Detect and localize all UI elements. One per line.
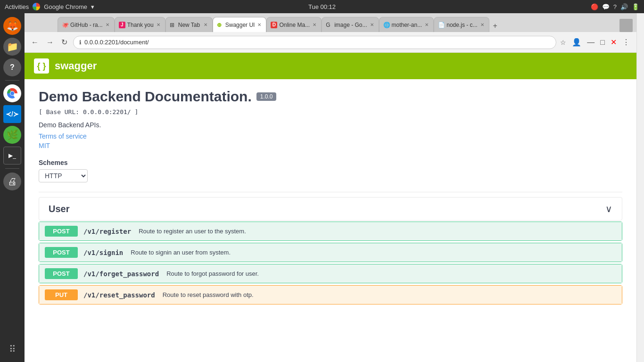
tab-title-image: image - Go...	[334, 22, 367, 28]
endpoint-desc-forget: Route to forgot password for user.	[166, 270, 259, 277]
endpoint-desc-register: Route to register an user to the system.	[139, 228, 246, 235]
tab-close-newtab[interactable]: ✕	[203, 21, 208, 28]
minimize-button[interactable]: —	[585, 36, 596, 49]
endpoint-reset-password[interactable]: PUT /v1/reset_password Route to reset pa…	[39, 285, 622, 304]
swagger-logo: { }	[34, 58, 49, 74]
activities-button[interactable]: Activities	[5, 3, 29, 10]
bookmark-icon[interactable]: ☆	[560, 39, 566, 46]
user-section-header[interactable]: User ∨	[39, 197, 622, 221]
endpoint-register[interactable]: POST /v1/register Route to register an u…	[39, 222, 622, 241]
tab-title-online: Online Ma...	[279, 22, 310, 28]
tab-title-github: GitHub - ra...	[70, 22, 103, 28]
sidebar-apps-grid: ⠿	[3, 340, 21, 358]
sidebar-item-mongo[interactable]: 🌿	[3, 126, 21, 144]
tab-close-swagger[interactable]: ✕	[256, 21, 262, 28]
base-url: [ Base URL: 0.0.0.0:2201/ ]	[39, 108, 622, 115]
tab-close-thankyou[interactable]: ✕	[156, 21, 161, 28]
help-icon: ?	[613, 3, 617, 10]
tab-favicon-online: D	[271, 22, 277, 28]
svg-point-2	[10, 91, 14, 95]
tab-favicon-github: 🐙	[62, 22, 68, 28]
endpoint-forget-password[interactable]: POST /v1/forget_password Route to forgot…	[39, 264, 622, 283]
tab-mother[interactable]: 🌐 mother-an... ✕	[379, 17, 434, 32]
schemes-label: Schemes	[39, 159, 622, 166]
sidebar-item-chrome[interactable]	[3, 84, 21, 102]
schemes-select[interactable]: HTTP HTTPS	[39, 169, 88, 182]
tab-newtab[interactable]: ⊞ New Tab ✕	[165, 17, 213, 32]
address-input-container[interactable]: ℹ 0.0.0.0:2201/document/	[73, 36, 556, 49]
api-title-row: Demo Backend Documentation. 1.0.0	[39, 89, 622, 105]
tab-close-image[interactable]: ✕	[369, 21, 375, 28]
tab-nodejs[interactable]: 📄 node.js - c... ✕	[434, 17, 489, 32]
sidebar-item-printer[interactable]: 🖨	[3, 173, 21, 190]
tab-online[interactable]: D Online Ma... ✕	[266, 17, 322, 32]
chat-icon: 💬	[602, 3, 610, 10]
tab-github[interactable]: 🐙 GitHub - ra... ✕	[58, 17, 115, 32]
tab-close-github[interactable]: ✕	[105, 21, 110, 28]
endpoint-reset-password-row[interactable]: PUT /v1/reset_password Route to reset pa…	[39, 285, 622, 304]
endpoint-register-row[interactable]: POST /v1/register Route to register an u…	[39, 222, 622, 241]
content-divider	[39, 192, 622, 192]
new-tab-button[interactable]: +	[489, 20, 501, 32]
back-button[interactable]: ←	[29, 36, 41, 49]
refresh-button[interactable]: ↻	[59, 36, 69, 49]
chrome-menu-button[interactable]: ⋮	[620, 36, 632, 49]
tab-title-swagger: Swagger UI	[225, 22, 255, 28]
endpoint-desc-reset: Route to reset password with otp.	[163, 291, 254, 298]
sidebar-item-terminal[interactable]: ▶_	[3, 147, 21, 165]
tab-close-online[interactable]: ✕	[312, 21, 317, 28]
endpoint-path-reset: /v1/reset_password	[83, 291, 155, 299]
browser-window: 🐙 GitHub - ra... ✕ J Thank you ✕ ⊞ New T…	[25, 13, 636, 362]
tab-thankyou[interactable]: J Thank you ✕	[115, 17, 165, 32]
endpoint-signin[interactable]: POST /v1/signin Route to signin an user …	[39, 243, 622, 262]
endpoint-path-register: /v1/register	[83, 228, 131, 235]
tab-image[interactable]: G image - Go... ✕	[322, 17, 379, 32]
tab-close-mother[interactable]: ✕	[424, 21, 429, 28]
browser-name-label: Google Chrome	[44, 3, 87, 10]
dropdown-arrow[interactable]: ▾	[91, 3, 94, 10]
tab-close-nodejs[interactable]: ✕	[479, 21, 485, 28]
tab-favicon-mother: 🌐	[383, 22, 390, 28]
method-badge-post-signin: POST	[45, 247, 78, 258]
schemes-section: Schemes HTTP HTTPS	[39, 159, 622, 182]
sidebar-item-help[interactable]: ?	[3, 58, 21, 76]
method-badge-post-forget: POST	[45, 268, 78, 279]
user-section-title: User	[49, 204, 69, 214]
network-icon: 🔴	[591, 3, 598, 10]
swagger-content: Demo Backend Documentation. 1.0.0 [ Base…	[25, 79, 636, 316]
system-tray: 🔴 💬 ? 🔊 🔋	[591, 3, 639, 10]
google-account-button[interactable]: 👤	[570, 36, 583, 49]
method-badge-put-reset: PUT	[45, 289, 78, 300]
endpoint-path-signin: /v1/signin	[83, 249, 123, 256]
system-time: Tue 00:12	[308, 3, 336, 10]
chrome-taskbar-icon	[33, 3, 40, 10]
endpoint-desc-signin: Route to signin an user from system.	[131, 249, 231, 256]
tab-favicon-swagger: ⊕	[217, 22, 223, 28]
system-bar: Activities Google Chrome ▾ Tue 00:12 🔴 💬…	[0, 0, 644, 13]
terms-of-service-link[interactable]: Terms of service	[39, 132, 622, 140]
extra-tab[interactable]	[619, 19, 633, 32]
sidebar-item-vscode[interactable]: ≺/≻	[3, 105, 21, 123]
tab-favicon-newtab: ⊞	[170, 22, 176, 28]
swagger-header: { } swagger	[25, 53, 636, 79]
forward-button[interactable]: →	[44, 36, 56, 49]
address-text: 0.0.0.0:2201/document/	[84, 39, 550, 46]
address-bar: ← → ↻ ℹ 0.0.0.0:2201/document/ ☆ 👤 — □ ✕…	[25, 32, 636, 53]
tab-swagger[interactable]: ⊕ Swagger UI ✕	[213, 17, 267, 32]
endpoint-forget-password-row[interactable]: POST /v1/forget_password Route to forgot…	[39, 264, 622, 283]
lock-icon: ℹ	[79, 39, 82, 46]
swagger-title: swagger	[55, 60, 97, 72]
maximize-button[interactable]: □	[598, 36, 607, 49]
endpoint-signin-row[interactable]: POST /v1/signin Route to signin an user …	[39, 243, 622, 262]
sidebar-item-files[interactable]: 📁	[3, 38, 21, 56]
tab-bar: 🐙 GitHub - ra... ✕ J Thank you ✕ ⊞ New T…	[25, 13, 636, 32]
battery-icon: 🔋	[632, 3, 639, 10]
sidebar-separator	[5, 80, 19, 81]
sidebar-item-apps[interactable]: ⠿	[3, 340, 21, 358]
close-button[interactable]: ✕	[609, 36, 619, 49]
main-content: { } swagger Demo Backend Documentation. …	[25, 53, 636, 362]
method-badge-post-register: POST	[45, 226, 78, 237]
sidebar-item-firefox[interactable]: 🦊	[3, 17, 21, 35]
right-panel	[636, 13, 644, 362]
system-bar-left: Activities Google Chrome ▾	[5, 3, 94, 10]
